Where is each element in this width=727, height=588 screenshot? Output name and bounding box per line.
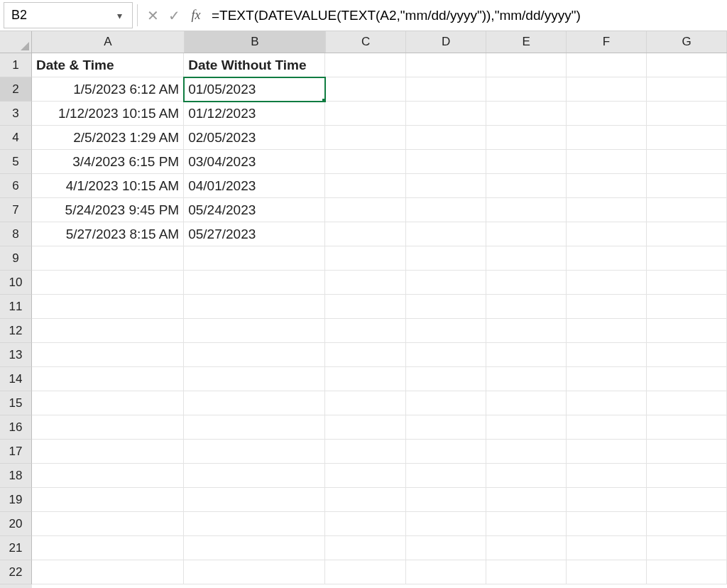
cell-G12[interactable] — [647, 319, 727, 343]
row-header-6[interactable]: 6 — [0, 174, 32, 198]
cell-F3[interactable] — [567, 102, 647, 126]
cell-E11[interactable] — [486, 295, 567, 319]
cell-E4[interactable] — [486, 126, 567, 150]
row-header-10[interactable]: 10 — [0, 271, 32, 295]
cell-D17[interactable] — [406, 440, 486, 464]
cell-B15[interactable] — [184, 391, 325, 415]
cell-D12[interactable] — [406, 319, 486, 343]
cell-E18[interactable] — [486, 464, 567, 488]
cancel-formula-button[interactable]: ✕ — [142, 0, 163, 31]
column-header-F[interactable]: F — [567, 31, 647, 53]
cell-C17[interactable] — [325, 440, 405, 464]
cell-D3[interactable] — [406, 102, 486, 126]
cell-B1[interactable]: Date Without Time — [184, 53, 325, 77]
cell-F5[interactable] — [567, 150, 647, 174]
cell-F8[interactable] — [567, 222, 647, 246]
cell-G7[interactable] — [647, 198, 727, 222]
cell-E14[interactable] — [486, 367, 567, 391]
cell-D11[interactable] — [406, 295, 486, 319]
cell-C11[interactable] — [325, 295, 405, 319]
cell-D16[interactable] — [406, 415, 486, 440]
cell-B2[interactable]: 01/05/2023 — [184, 77, 325, 102]
cell-G8[interactable] — [647, 222, 727, 246]
cell-C21[interactable] — [325, 536, 405, 560]
cell-D5[interactable] — [406, 150, 486, 174]
chevron-down-icon[interactable]: ▾ — [114, 10, 125, 21]
cell-E17[interactable] — [486, 440, 567, 464]
cell-G5[interactable] — [647, 150, 727, 174]
cell-C10[interactable] — [325, 271, 405, 295]
cell-B13[interactable] — [184, 343, 325, 367]
cell-F12[interactable] — [567, 319, 647, 343]
cell-A21[interactable] — [32, 536, 184, 560]
cell-E20[interactable] — [486, 512, 567, 536]
cell-C9[interactable] — [325, 246, 405, 271]
row-header-18[interactable]: 18 — [0, 464, 32, 488]
cell-A13[interactable] — [32, 343, 184, 367]
cell-F18[interactable] — [567, 464, 647, 488]
cell-B8[interactable]: 05/27/2023 — [184, 222, 325, 246]
row-header-14[interactable]: 14 — [0, 367, 32, 391]
cell-F2[interactable] — [567, 77, 647, 102]
cell-G9[interactable] — [647, 246, 727, 271]
cell-B10[interactable] — [184, 271, 325, 295]
cell-A6[interactable]: 4/1/2023 10:15 AM — [32, 174, 184, 198]
column-header-A[interactable]: A — [32, 31, 185, 53]
cell-G6[interactable] — [647, 174, 727, 198]
cell-A1[interactable]: Date & Time — [32, 53, 184, 77]
cell-F6[interactable] — [567, 174, 647, 198]
cell-C5[interactable] — [325, 150, 405, 174]
cell-B18[interactable] — [184, 464, 325, 488]
cell-F14[interactable] — [567, 367, 647, 391]
cell-B14[interactable] — [184, 367, 325, 391]
cell-B5[interactable]: 03/04/2023 — [184, 150, 325, 174]
cell-B12[interactable] — [184, 319, 325, 343]
name-box-input[interactable] — [11, 8, 114, 23]
cell-E21[interactable] — [486, 536, 567, 560]
cell-A10[interactable] — [32, 271, 184, 295]
cell-D18[interactable] — [406, 464, 486, 488]
cell-A2[interactable]: 1/5/2023 6:12 AM — [32, 77, 184, 102]
cell-D20[interactable] — [406, 512, 486, 536]
cell-E13[interactable] — [486, 343, 567, 367]
name-box[interactable]: ▾ — [4, 2, 133, 28]
cell-G11[interactable] — [647, 295, 727, 319]
cell-E16[interactable] — [486, 415, 567, 440]
cell-G3[interactable] — [647, 102, 727, 126]
cell-A20[interactable] — [32, 512, 184, 536]
cell-B20[interactable] — [184, 512, 325, 536]
cell-F11[interactable] — [567, 295, 647, 319]
cell-E9[interactable] — [486, 246, 567, 271]
cell-E1[interactable] — [486, 53, 567, 77]
cell-C16[interactable] — [325, 415, 405, 440]
cell-G14[interactable] — [647, 367, 727, 391]
cell-A17[interactable] — [32, 440, 184, 464]
cell-E12[interactable] — [486, 319, 567, 343]
row-header-15[interactable]: 15 — [0, 391, 32, 415]
cell-F13[interactable] — [567, 343, 647, 367]
cell-E3[interactable] — [486, 102, 567, 126]
cell-C2[interactable] — [325, 77, 405, 102]
cell-C14[interactable] — [325, 367, 405, 391]
cell-A3[interactable]: 1/12/2023 10:15 AM — [32, 102, 184, 126]
cell-D4[interactable] — [406, 126, 486, 150]
cell-C8[interactable] — [325, 222, 405, 246]
select-all-corner[interactable] — [0, 31, 32, 53]
row-header-22[interactable]: 22 — [0, 560, 32, 584]
cell-G13[interactable] — [647, 343, 727, 367]
cell-D22[interactable] — [406, 560, 486, 584]
cell-D9[interactable] — [406, 246, 486, 271]
cell-B16[interactable] — [184, 415, 325, 440]
cell-C1[interactable] — [325, 53, 405, 77]
cell-B4[interactable]: 02/05/2023 — [184, 126, 325, 150]
cell-F17[interactable] — [567, 440, 647, 464]
cell-A18[interactable] — [32, 464, 184, 488]
cell-C7[interactable] — [325, 198, 405, 222]
confirm-formula-button[interactable]: ✓ — [163, 0, 185, 31]
cell-D21[interactable] — [406, 536, 486, 560]
cell-G2[interactable] — [647, 77, 727, 102]
column-header-E[interactable]: E — [486, 31, 567, 53]
cell-B21[interactable] — [184, 536, 325, 560]
fx-icon[interactable]: fx — [185, 0, 207, 31]
cell-F9[interactable] — [567, 246, 647, 271]
